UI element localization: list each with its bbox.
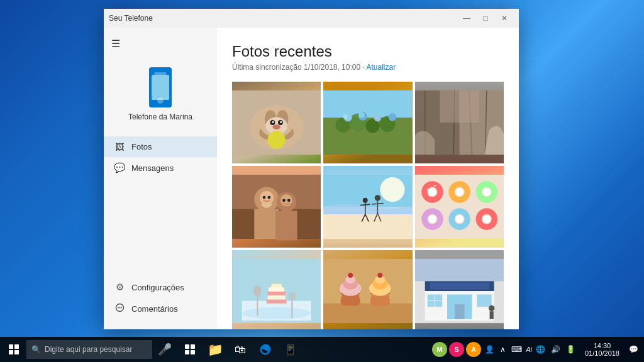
- svg-rect-133: [191, 350, 195, 354]
- phone-taskbar-icon[interactable]: 📱: [278, 337, 303, 362]
- svg-rect-132: [185, 350, 189, 354]
- start-button[interactable]: [1, 337, 26, 362]
- comments-icon: [114, 303, 125, 314]
- svg-rect-131: [191, 344, 195, 349]
- svg-rect-99: [289, 292, 290, 300]
- volume-icon[interactable]: 🔊: [549, 345, 562, 354]
- sync-text: Última sincronização 1/10/2018, 10:00 ·: [232, 63, 366, 72]
- phone-section: Telefone da Marina: [104, 55, 217, 136]
- close-button[interactable]: ✕: [495, 9, 514, 28]
- store-icon[interactable]: 🛍: [228, 337, 253, 362]
- cortana-icon[interactable]: 🎤: [152, 337, 177, 362]
- svg-point-15: [280, 121, 282, 123]
- taskbar-clock[interactable]: 14:30 01/10/2018: [580, 342, 625, 357]
- svg-rect-124: [477, 294, 492, 307]
- sync-info: Última sincronização 1/10/2018, 10:00 · …: [232, 63, 504, 72]
- photo-cupcakes[interactable]: [323, 250, 412, 329]
- desktop: Seu Telefone — □ ✕ ☰ Telefone da Marina: [0, 0, 644, 362]
- photo-donuts[interactable]: [415, 166, 504, 248]
- chevron-up-icon[interactable]: ∧: [498, 345, 508, 354]
- photo-flowers[interactable]: [323, 82, 412, 163]
- photo-beach[interactable]: [323, 166, 412, 248]
- network-icon[interactable]: 🌐: [534, 345, 547, 354]
- svg-rect-43: [254, 209, 279, 239]
- people-icon[interactable]: 👤: [483, 345, 496, 354]
- sidebar-bottom: ⚙ Configurações Comentários: [104, 277, 217, 329]
- user-avatar-3[interactable]: A: [466, 342, 481, 357]
- svg-point-1: [118, 307, 119, 309]
- photo-people[interactable]: [232, 166, 321, 248]
- task-view-icon[interactable]: [177, 337, 203, 362]
- svg-point-82: [455, 215, 464, 223]
- photo-cake[interactable]: [232, 250, 321, 329]
- svg-point-51: [287, 199, 291, 202]
- svg-point-56: [380, 177, 405, 202]
- page-title: Fotos recentes: [232, 43, 504, 60]
- sidebar-nav: 🖼 Fotos 💬 Mensagens: [104, 136, 217, 277]
- svg-point-16: [272, 124, 280, 129]
- svg-point-79: [428, 215, 436, 223]
- svg-point-103: [253, 285, 262, 296]
- svg-point-76: [482, 188, 491, 196]
- minimize-button[interactable]: —: [457, 9, 476, 28]
- title-bar: Seu Telefone — □ ✕: [104, 9, 519, 28]
- mensagens-label: Mensagens: [131, 163, 174, 173]
- taskbar: 🔍 Digite aqui para pesquisar 🎤 📁 🛍 📱: [0, 337, 644, 362]
- svg-point-48: [263, 196, 266, 199]
- svg-rect-95: [268, 295, 286, 299]
- svg-point-14: [272, 121, 274, 123]
- photo-store[interactable]: [415, 250, 504, 329]
- menu-icon[interactable]: ☰: [104, 33, 217, 55]
- svg-point-28: [359, 112, 365, 118]
- windows-logo-icon: [9, 344, 19, 354]
- svg-point-3: [121, 307, 122, 309]
- phone-screen: [152, 75, 169, 100]
- phone-name: Telefone da Marina: [128, 112, 192, 121]
- svg-rect-94: [267, 299, 286, 303]
- update-link[interactable]: Atualizar: [366, 63, 396, 72]
- svg-rect-129: [489, 311, 493, 319]
- user-avatar-1[interactable]: M: [432, 342, 447, 357]
- sidebar-item-configuracoes[interactable]: ⚙ Configurações: [104, 277, 217, 298]
- svg-rect-121: [430, 283, 489, 290]
- app-body: ☰ Telefone da Marina 🖼 Fotos 💬 Mensagens: [104, 28, 519, 329]
- system-tray: M S A 👤 ∧ ⌨ Ai 🌐 🔊 🔋: [432, 342, 577, 357]
- svg-point-91: [242, 307, 311, 319]
- svg-rect-102: [257, 293, 258, 315]
- svg-point-2: [119, 307, 120, 309]
- svg-point-29: [374, 114, 381, 121]
- svg-rect-19: [323, 90, 412, 120]
- svg-point-85: [482, 215, 491, 223]
- svg-rect-105: [323, 304, 412, 323]
- svg-rect-96: [268, 292, 286, 295]
- edge-icon[interactable]: [253, 337, 278, 362]
- taskbar-right: M S A 👤 ∧ ⌨ Ai 🌐 🔊 🔋 14:30 01/10/2018 💬: [432, 342, 643, 357]
- svg-rect-100: [291, 292, 292, 300]
- mensagens-icon: 💬: [114, 162, 125, 173]
- svg-rect-39: [440, 90, 479, 123]
- svg-point-70: [428, 188, 436, 196]
- maximize-button[interactable]: □: [476, 9, 495, 28]
- clock-date: 01/10/2018: [585, 349, 619, 357]
- photo-tree[interactable]: [415, 82, 504, 163]
- notification-icon[interactable]: 💬: [627, 345, 640, 354]
- user-avatar-2[interactable]: S: [449, 342, 464, 357]
- keyboard-icon: ⌨: [509, 345, 524, 354]
- sidebar-item-fotos[interactable]: 🖼 Fotos: [104, 136, 217, 157]
- sidebar-item-mensagens[interactable]: 💬 Mensagens: [104, 157, 217, 178]
- sidebar-item-comentarios[interactable]: Comentários: [104, 298, 217, 319]
- main-content: Fotos recentes Última sincronização 1/10…: [217, 28, 519, 329]
- file-explorer-icon[interactable]: 📁: [203, 337, 228, 362]
- fotos-icon: 🖼: [114, 141, 125, 152]
- taskbar-search[interactable]: 🔍 Digite aqui para pesquisar: [26, 340, 152, 359]
- search-placeholder: Digite aqui para pesquisar: [45, 345, 132, 354]
- ai-label[interactable]: Ai: [526, 346, 532, 353]
- config-label: Configurações: [131, 283, 184, 292]
- svg-rect-125: [454, 304, 464, 319]
- photo-dog[interactable]: [232, 82, 321, 163]
- svg-point-73: [455, 188, 464, 196]
- svg-rect-55: [323, 214, 412, 239]
- svg-point-128: [489, 305, 494, 311]
- sidebar: ☰ Telefone da Marina 🖼 Fotos 💬 Mensagens: [104, 28, 217, 329]
- svg-point-50: [282, 199, 286, 202]
